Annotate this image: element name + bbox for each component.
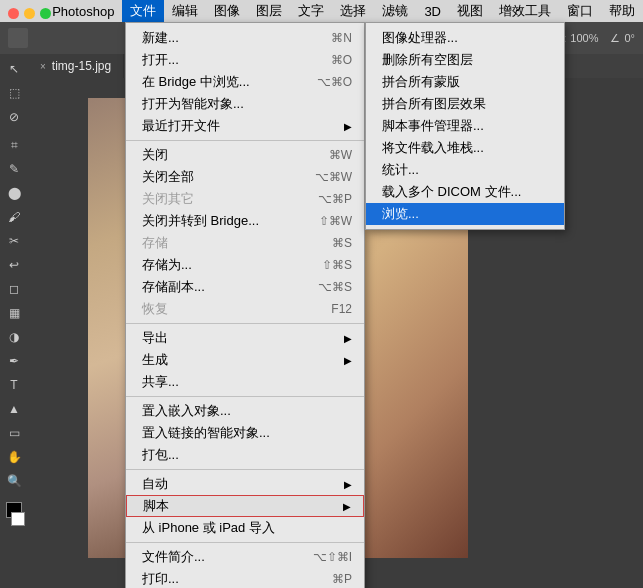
menu-close-others: 关闭其它 ⌥⌘P (126, 188, 364, 210)
separator-2 (126, 323, 364, 324)
submenu-flatten-boards[interactable]: 拼合所有蒙版 (366, 71, 564, 93)
eraser-tool[interactable]: ◻ (3, 278, 25, 300)
color-swatches (6, 502, 22, 534)
tab-close[interactable]: × (40, 61, 46, 72)
menu-image[interactable]: 图像 (206, 0, 248, 22)
menu-select[interactable]: 选择 (332, 0, 374, 22)
close-button[interactable] (8, 8, 19, 19)
eyedropper-tool[interactable]: ✎ (3, 158, 25, 180)
submenu-dicom[interactable]: 载入多个 DICOM 文件... (366, 181, 564, 203)
separator-4 (126, 469, 364, 470)
menu-save: 存储 ⌘S (126, 232, 364, 254)
menu-new[interactable]: 新建... ⌘N (126, 27, 364, 49)
menu-scripts[interactable]: 脚本 ▶ (126, 495, 364, 517)
menu-3d[interactable]: 3D (416, 0, 449, 22)
separator-1 (126, 140, 364, 141)
menu-close-bridge[interactable]: 关闭并转到 Bridge... ⇧⌘W (126, 210, 364, 232)
menu-save-as[interactable]: 存储为... ⇧⌘S (126, 254, 364, 276)
background-color[interactable] (11, 512, 25, 526)
angle-value: 0° (624, 32, 635, 44)
menu-import[interactable]: 从 iPhone 或 iPad 导入 (126, 517, 364, 539)
submenu-image-processor[interactable]: 图像处理器... (366, 27, 564, 49)
submenu-statistics[interactable]: 统计... (366, 159, 564, 181)
scripts-submenu: 图像处理器... 删除所有空图层 拼合所有蒙版 拼合所有图层效果 脚本事件管理器… (365, 22, 565, 230)
submenu-script-events[interactable]: 脚本事件管理器... (366, 115, 564, 137)
menu-package[interactable]: 打包... (126, 444, 364, 466)
menu-recent[interactable]: 最近打开文件 ▶ (126, 115, 364, 137)
menu-file[interactable]: 文件 (122, 0, 164, 22)
menu-enhance[interactable]: 增效工具 (491, 0, 559, 22)
flow-value: 100% (570, 32, 598, 44)
submenu-browse[interactable]: 浏览... (366, 203, 564, 225)
menu-filter[interactable]: 滤镜 (374, 0, 416, 22)
menu-share[interactable]: 共享... (126, 371, 364, 393)
separator-3 (126, 396, 364, 397)
traffic-lights (8, 8, 51, 19)
marquee-tool[interactable]: ⬚ (3, 82, 25, 104)
menu-smart-object[interactable]: 打开为智能对象... (126, 93, 364, 115)
submenu-flatten-effects[interactable]: 拼合所有图层效果 (366, 93, 564, 115)
menu-window[interactable]: 窗口 (559, 0, 601, 22)
dodge-tool[interactable]: ◑ (3, 326, 25, 348)
left-toolbar: ↖ ⬚ ⊘ ⌗ ✎ ⬤ 🖌 ✂ ↩ ◻ ▦ ◑ ✒ T ▲ ▭ ✋ 🔍 (0, 22, 28, 588)
pen-tool[interactable]: ✒ (3, 350, 25, 372)
lasso-tool[interactable]: ⊘ (3, 106, 25, 128)
menu-layer[interactable]: 图层 (248, 0, 290, 22)
menu-open[interactable]: 打开... ⌘O (126, 49, 364, 71)
menu-close[interactable]: 关闭 ⌘W (126, 144, 364, 166)
menu-revert: 恢复 F12 (126, 298, 364, 320)
maximize-button[interactable] (40, 8, 51, 19)
menu-save-copy[interactable]: 存储副本... ⌥⌘S (126, 276, 364, 298)
file-menu-dropdown: 新建... ⌘N 打开... ⌘O 在 Bridge 中浏览... ⌥⌘O 打开… (125, 22, 365, 588)
menu-bridge[interactable]: 在 Bridge 中浏览... ⌥⌘O (126, 71, 364, 93)
menu-view[interactable]: 视图 (449, 0, 491, 22)
history-tool[interactable]: ↩ (3, 254, 25, 276)
zoom-tool[interactable]: 🔍 (3, 470, 25, 492)
menu-text[interactable]: 文字 (290, 0, 332, 22)
menu-print[interactable]: 打印... ⌘P (126, 568, 364, 588)
hand-tool[interactable]: ✋ (3, 446, 25, 468)
path-selection-tool[interactable]: ▲ (3, 398, 25, 420)
shape-tool[interactable]: ▭ (3, 422, 25, 444)
document-tab[interactable]: × timg-15.jpg (28, 54, 124, 78)
menu-bar: Photoshop 文件 编辑 图像 图层 文字 选择 滤镜 3D 视图 增效工… (0, 0, 643, 22)
tab-label: timg-15.jpg (52, 59, 111, 73)
menu-generate[interactable]: 生成 ▶ (126, 349, 364, 371)
gradient-tool[interactable]: ▦ (3, 302, 25, 324)
angle-label: ∠ (610, 32, 620, 45)
crop-tool[interactable]: ⌗ (3, 134, 25, 156)
submenu-delete-empty[interactable]: 删除所有空图层 (366, 49, 564, 71)
brush-tool[interactable]: 🖌 (3, 206, 25, 228)
menu-export[interactable]: 导出 ▶ (126, 327, 364, 349)
text-tool[interactable]: T (3, 374, 25, 396)
menu-place-linked[interactable]: 置入链接的智能对象... (126, 422, 364, 444)
clone-tool[interactable]: ✂ (3, 230, 25, 252)
menu-automate[interactable]: 自动 ▶ (126, 473, 364, 495)
menu-help[interactable]: 帮助 (601, 0, 643, 22)
menu-close-all[interactable]: 关闭全部 ⌥⌘W (126, 166, 364, 188)
move-tool[interactable]: ↖ (3, 58, 25, 80)
submenu-load-files[interactable]: 将文件载入堆栈... (366, 137, 564, 159)
menu-edit[interactable]: 编辑 (164, 0, 206, 22)
separator-5 (126, 542, 364, 543)
menu-place-embed[interactable]: 置入嵌入对象... (126, 400, 364, 422)
tool-options (8, 28, 28, 48)
spot-heal-tool[interactable]: ⬤ (3, 182, 25, 204)
minimize-button[interactable] (24, 8, 35, 19)
menu-file-info[interactable]: 文件简介... ⌥⇧⌘I (126, 546, 364, 568)
menu-photoshop[interactable]: Photoshop (44, 0, 122, 22)
